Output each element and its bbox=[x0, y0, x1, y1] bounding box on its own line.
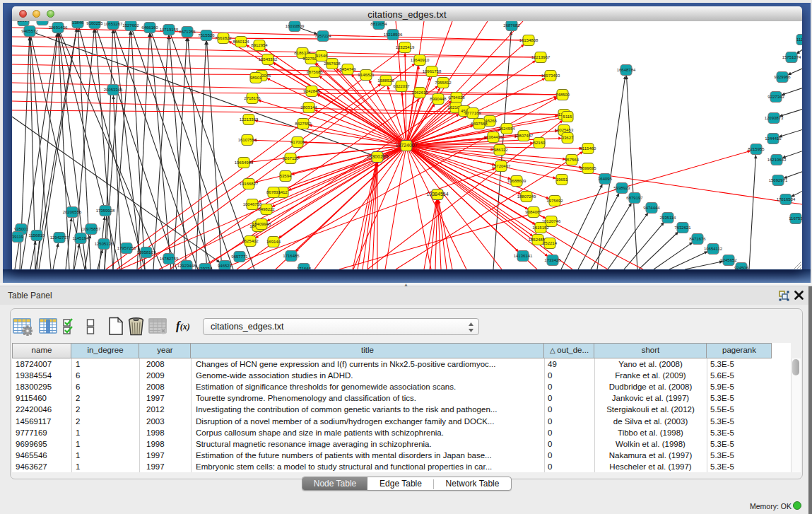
svg-text:17957255: 17957255 bbox=[117, 246, 136, 250]
svg-text:12505135: 12505135 bbox=[95, 242, 114, 246]
svg-text:13640910: 13640910 bbox=[411, 58, 430, 62]
svg-text:171648: 171648 bbox=[297, 267, 312, 269]
svg-text:1733426: 1733426 bbox=[544, 258, 561, 262]
svg-text:1145194: 1145194 bbox=[73, 236, 90, 240]
svg-text:20904: 20904 bbox=[18, 21, 30, 23]
svg-text:10961758: 10961758 bbox=[423, 69, 442, 74]
svg-text:16107554: 16107554 bbox=[238, 138, 257, 142]
svg-text:957564: 957564 bbox=[565, 158, 579, 162]
svg-text:748500: 748500 bbox=[555, 93, 570, 97]
svg-text:8471676: 8471676 bbox=[689, 237, 706, 241]
svg-text:9405572: 9405572 bbox=[21, 29, 38, 33]
svg-text:5115: 5115 bbox=[563, 115, 573, 119]
svg-text:12213363: 12213363 bbox=[240, 117, 259, 122]
svg-text:9115460: 9115460 bbox=[580, 146, 597, 151]
svg-text:17016504: 17016504 bbox=[777, 197, 796, 201]
svg-text:12213967: 12213967 bbox=[531, 55, 551, 59]
svg-text:8813054: 8813054 bbox=[370, 22, 387, 26]
svg-text:19651: 19651 bbox=[556, 177, 568, 182]
svg-text:2718176: 2718176 bbox=[244, 96, 261, 100]
svg-text:252214: 252214 bbox=[543, 241, 558, 245]
svg-text:9160255: 9160255 bbox=[86, 21, 103, 25]
svg-text:10653267: 10653267 bbox=[104, 22, 123, 26]
svg-text:20206556: 20206556 bbox=[63, 210, 82, 214]
svg-text:6497568: 6497568 bbox=[471, 122, 488, 126]
svg-text:1716485: 1716485 bbox=[283, 254, 300, 258]
svg-text:9657771: 9657771 bbox=[231, 255, 248, 259]
svg-text:20691406: 20691406 bbox=[49, 25, 68, 30]
svg-text:10025453: 10025453 bbox=[555, 128, 574, 132]
svg-text:93811: 93811 bbox=[37, 21, 49, 22]
svg-text:8660124: 8660124 bbox=[233, 40, 249, 44]
svg-text:6671355: 6671355 bbox=[179, 30, 196, 34]
svg-text:10654112: 10654112 bbox=[704, 247, 723, 251]
svg-text:1156819: 1156819 bbox=[29, 233, 46, 238]
svg-text:8427552: 8427552 bbox=[295, 122, 312, 126]
svg-text:7663822: 7663822 bbox=[215, 36, 232, 40]
svg-text:20053346: 20053346 bbox=[104, 88, 123, 92]
svg-text:12923448: 12923448 bbox=[177, 264, 196, 268]
svg-text:17359928: 17359928 bbox=[96, 209, 115, 213]
svg-text:2867608: 2867608 bbox=[324, 62, 341, 66]
svg-text:116753: 116753 bbox=[789, 216, 802, 221]
svg-text:946521: 946521 bbox=[218, 264, 233, 268]
svg-text:7632621: 7632621 bbox=[674, 226, 691, 230]
svg-text:9146821: 9146821 bbox=[358, 73, 375, 77]
svg-text:2935114: 2935114 bbox=[660, 216, 677, 220]
svg-text:9084067: 9084067 bbox=[525, 210, 542, 214]
svg-text:16210643: 16210643 bbox=[767, 158, 787, 162]
svg-text:19218506: 19218506 bbox=[384, 33, 403, 37]
svg-text:10973493: 10973493 bbox=[541, 74, 560, 78]
svg-text:91546: 91546 bbox=[316, 54, 328, 58]
svg-text:39119: 39119 bbox=[12, 235, 24, 239]
svg-text:10719155: 10719155 bbox=[160, 28, 179, 32]
svg-text:8215955: 8215955 bbox=[748, 147, 765, 151]
svg-text:15692971: 15692971 bbox=[769, 178, 788, 182]
svg-text:12325419: 12325419 bbox=[396, 45, 415, 49]
svg-text:6794028: 6794028 bbox=[448, 95, 465, 100]
svg-text:867831: 867831 bbox=[266, 190, 281, 194]
svg-text:9245652: 9245652 bbox=[720, 258, 737, 262]
svg-text:9242848: 9242848 bbox=[303, 89, 320, 93]
svg-text:9474444: 9474444 bbox=[643, 206, 660, 210]
svg-text:62160: 62160 bbox=[534, 141, 546, 145]
svg-text:18724007: 18724007 bbox=[395, 143, 417, 148]
svg-text:3875685: 3875685 bbox=[306, 70, 323, 74]
svg-text:5938923: 5938923 bbox=[613, 186, 630, 190]
svg-text:10046758: 10046758 bbox=[243, 202, 262, 206]
svg-text:7515526: 7515526 bbox=[198, 33, 215, 37]
svg-text:2803144: 2803144 bbox=[300, 105, 317, 110]
svg-text:9699695: 9699695 bbox=[579, 166, 596, 170]
svg-text:1244415: 1244415 bbox=[765, 136, 782, 141]
svg-text:18409948: 18409948 bbox=[252, 222, 271, 226]
svg-text:16782759: 16782759 bbox=[160, 257, 179, 261]
svg-text:2687682: 2687682 bbox=[503, 23, 520, 28]
svg-text:18300295: 18300295 bbox=[366, 154, 388, 159]
svg-text:19384554: 19384554 bbox=[426, 192, 448, 197]
svg-text:16543362: 16543362 bbox=[259, 57, 278, 62]
svg-text:10958107: 10958107 bbox=[137, 250, 156, 255]
svg-text:10807487: 10807487 bbox=[514, 134, 534, 138]
svg-text:3624554: 3624554 bbox=[498, 127, 515, 131]
svg-text:12093873: 12093873 bbox=[765, 116, 784, 120]
svg-text:7955812: 7955812 bbox=[435, 81, 452, 85]
svg-text:1615152: 1615152 bbox=[532, 226, 549, 230]
svg-text:1975692: 1975692 bbox=[546, 199, 563, 203]
svg-text:11123: 11123 bbox=[796, 37, 802, 42]
svg-text:6466160: 6466160 bbox=[141, 25, 158, 30]
svg-text:53594: 53594 bbox=[280, 174, 292, 178]
svg-text:417006: 417006 bbox=[290, 140, 305, 144]
svg-text:1588520: 1588520 bbox=[377, 78, 394, 83]
svg-text:21364436: 21364436 bbox=[484, 135, 503, 139]
svg-text:14136141: 14136141 bbox=[514, 254, 533, 258]
svg-text:10975857: 10975857 bbox=[82, 227, 101, 231]
svg-text:129234: 129234 bbox=[198, 267, 213, 269]
svg-text:164095: 164095 bbox=[598, 177, 613, 181]
svg-text:18807249: 18807249 bbox=[517, 194, 536, 199]
svg-text:6322037: 6322037 bbox=[393, 84, 410, 88]
svg-text:10688609: 10688609 bbox=[507, 179, 526, 183]
svg-text:9777169: 9777169 bbox=[464, 111, 481, 115]
svg-text:8912954: 8912954 bbox=[251, 43, 268, 47]
svg-text:9329966: 9329966 bbox=[774, 75, 791, 79]
svg-text:5498222: 5498222 bbox=[258, 207, 275, 211]
